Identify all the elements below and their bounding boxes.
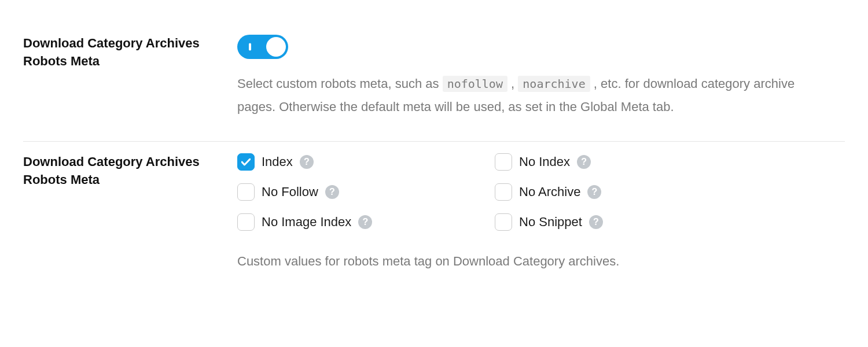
options-help-text: Custom values for robots meta tag on Dow… [237,254,845,269]
option-no-archive: No Archive ? [495,183,729,201]
code-nofollow: nofollow [443,76,507,92]
help-icon[interactable]: ? [587,185,601,199]
checkbox-no-archive[interactable] [495,183,512,201]
option-no-snippet: No Snippet ? [495,213,729,231]
option-no-follow: No Follow ? [237,183,472,201]
checkbox-label: No Index [519,154,570,169]
toggle-on-indicator [249,43,251,51]
checkbox-label: No Snippet [519,215,582,230]
robots-meta-options-row: Download Category Archives Robots Meta I… [23,142,845,292]
setting-label: Download Category Archives Robots Meta [23,35,203,118]
desc-text: Select custom robots meta, such as [237,76,439,91]
setting-content: Index ? No Index ? No Follow ? [237,153,845,269]
toggle-knob [266,37,286,57]
checkbox-no-index[interactable] [495,153,512,171]
setting-content: Select custom robots meta, such as nofol… [237,35,845,118]
option-no-image-index: No Image Index ? [237,213,472,231]
checkbox-label: No Archive [519,184,580,200]
checkbox-label: No Image Index [262,215,351,230]
check-icon [241,158,251,166]
help-icon[interactable]: ? [577,155,591,169]
checkbox-label: Index [262,154,293,169]
checkbox-no-image-index[interactable] [237,213,255,231]
checkbox-grid: Index ? No Index ? No Follow ? [237,153,729,231]
help-icon[interactable]: ? [358,215,372,229]
option-index: Index ? [237,153,472,171]
option-no-index: No Index ? [495,153,729,171]
robots-meta-toggle-row: Download Category Archives Robots Meta S… [23,23,845,142]
setting-description: Select custom robots meta, such as nofol… [237,72,816,118]
checkbox-no-snippet[interactable] [495,213,512,231]
checkbox-label: No Follow [262,184,318,200]
code-noarchive: noarchive [518,76,590,92]
help-icon[interactable]: ? [300,155,314,169]
robots-meta-toggle[interactable] [237,35,288,59]
help-icon[interactable]: ? [589,215,603,229]
setting-label: Download Category Archives Robots Meta [23,153,203,269]
help-icon[interactable]: ? [325,185,339,199]
desc-text: , [511,76,514,91]
checkbox-index[interactable] [237,153,255,171]
checkbox-no-follow[interactable] [237,183,255,201]
